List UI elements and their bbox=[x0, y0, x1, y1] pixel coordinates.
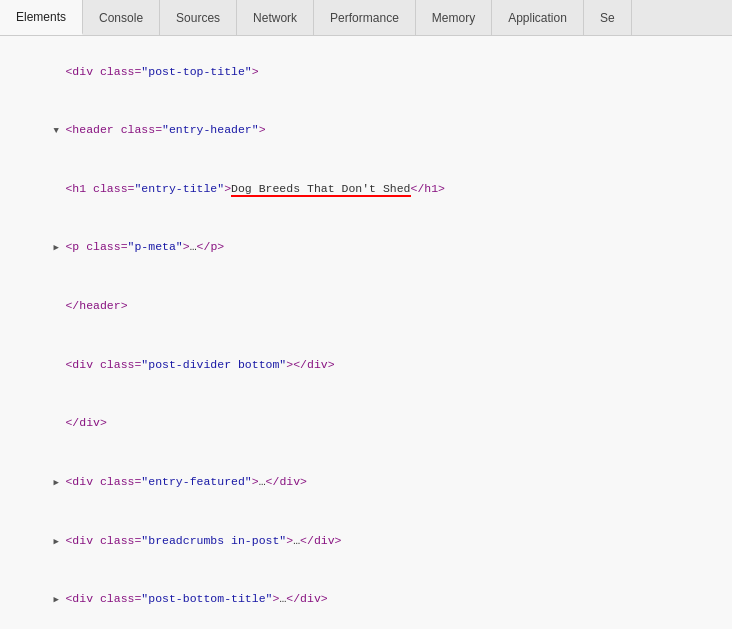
arrow-down[interactable] bbox=[53, 124, 65, 139]
tab-security[interactable]: Se bbox=[584, 0, 632, 35]
dom-line[interactable]: </header> bbox=[10, 277, 722, 336]
dom-line[interactable]: <p class="p-meta">…</p> bbox=[10, 218, 722, 277]
arrow-right[interactable] bbox=[53, 593, 65, 608]
dom-line[interactable]: <div class="entry-featured">…</div> bbox=[10, 452, 722, 511]
elements-panel: <div class="post-top-title"> <header cla… bbox=[0, 36, 732, 629]
dom-line[interactable]: <header class="entry-header"> bbox=[10, 101, 722, 160]
tab-sources[interactable]: Sources bbox=[160, 0, 237, 35]
tab-memory[interactable]: Memory bbox=[416, 0, 492, 35]
dom-line[interactable]: <h1 class="entry-title">Dog Breeds That … bbox=[10, 159, 722, 218]
dom-line[interactable]: <div class="post-divider bottom"></div> bbox=[10, 335, 722, 394]
devtools-root: Elements Console Sources Network Perform… bbox=[0, 0, 732, 629]
dom-line[interactable]: </div> bbox=[10, 394, 722, 453]
tab-performance[interactable]: Performance bbox=[314, 0, 416, 35]
dom-line[interactable]: <div class="post-bottom-title">…</div> bbox=[10, 570, 722, 629]
arrow-right[interactable] bbox=[53, 535, 65, 550]
dom-line[interactable]: <div class="breadcrumbs in-post">…</div> bbox=[10, 511, 722, 570]
arrow-right[interactable] bbox=[53, 241, 65, 256]
arrow-right[interactable] bbox=[53, 476, 65, 491]
tab-network[interactable]: Network bbox=[237, 0, 314, 35]
tab-elements[interactable]: Elements bbox=[0, 0, 83, 35]
tag: <div class= bbox=[65, 65, 141, 78]
dom-line[interactable]: <div class="post-top-title"> bbox=[10, 42, 722, 101]
tab-application[interactable]: Application bbox=[492, 0, 584, 35]
tab-bar: Elements Console Sources Network Perform… bbox=[0, 0, 732, 36]
tab-console[interactable]: Console bbox=[83, 0, 160, 35]
